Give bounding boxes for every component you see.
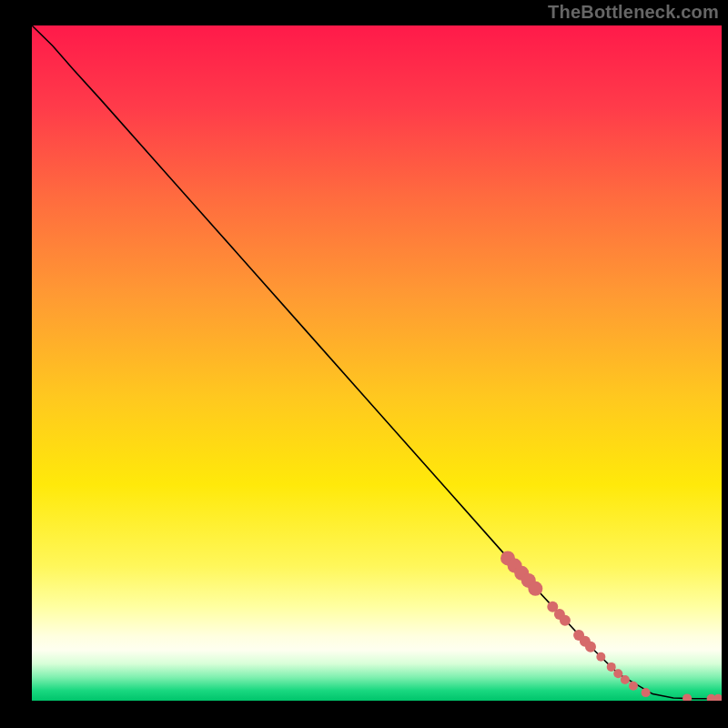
data-marker <box>607 662 616 672</box>
data-marker <box>560 615 571 626</box>
data-marker <box>629 682 638 691</box>
data-marker <box>621 675 630 684</box>
data-marker <box>642 688 651 697</box>
data-marker <box>596 652 605 662</box>
data-marker <box>528 581 542 596</box>
chart-svg <box>32 25 722 701</box>
data-marker <box>613 669 622 678</box>
watermark-text: TheBottleneck.com <box>548 2 719 23</box>
chart-stage: TheBottleneck.com <box>0 0 728 728</box>
data-marker <box>585 642 596 652</box>
gradient-background <box>32 25 722 701</box>
plot-area <box>32 25 722 701</box>
